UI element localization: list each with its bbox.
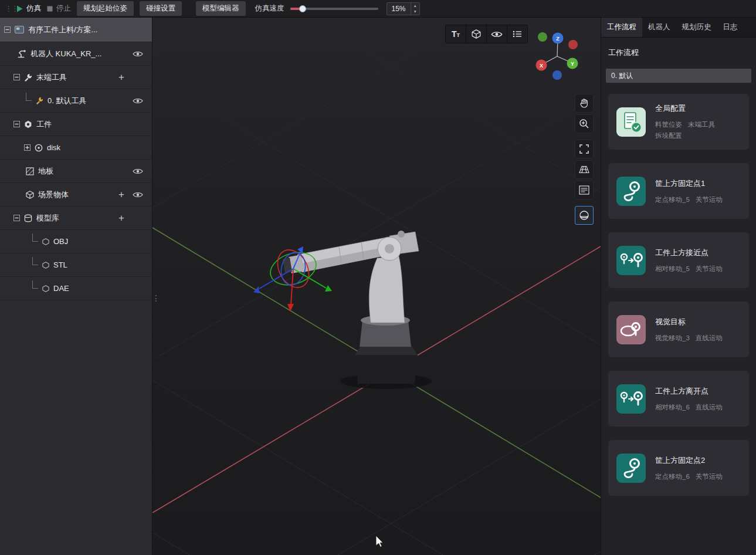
zoom-tool-button[interactable] (575, 114, 594, 133)
tab-workflow[interactable]: 工作流程 (601, 18, 642, 37)
axis-neg-z-ball[interactable] (552, 70, 562, 80)
visibility-eye-icon[interactable] (133, 191, 143, 198)
tree-item-default-tool[interactable]: 0. 默认工具 (0, 89, 152, 113)
tree-item-label: OBJ (53, 237, 68, 246)
fit-view-button[interactable] (575, 140, 594, 158)
slider-knob[interactable] (299, 5, 306, 12)
spin-up-button[interactable]: ▲ (411, 3, 419, 9)
main-area: 有序工件上料/方案... 机器人 KUKA_KR_... 末端工具 + 0. 默… (0, 18, 756, 555)
right-splitter-handle[interactable]: ⋮ (597, 296, 601, 300)
workflow-card-vision-target[interactable]: 视觉目标 视觉移动_3 直线运动 (608, 302, 749, 357)
axis-neg-y-ball[interactable] (538, 32, 547, 42)
mouse-cursor (376, 536, 383, 547)
hand-icon (579, 98, 589, 109)
card-body: 全局配置 料筐位姿 末端工具 拆垛配置 (655, 103, 741, 140)
tab-log[interactable]: 日志 (717, 18, 744, 37)
card-title: 全局配置 (655, 103, 741, 114)
workflow-selector[interactable]: 0. 默认 (606, 69, 751, 83)
tab-robot[interactable]: 机器人 (642, 18, 676, 37)
add-tool-button[interactable]: + (118, 72, 124, 82)
workflow-card-global-config[interactable]: 全局配置 料筐位姿 末端工具 拆垛配置 (608, 94, 749, 150)
workflow-card-list: 全局配置 料筐位姿 末端工具 拆垛配置 筐上方固定点1 (601, 94, 756, 496)
text-labels-toggle-button[interactable]: TT (446, 25, 466, 43)
tree-item-workpieces[interactable]: 工件 (0, 113, 152, 136)
sim-speed-slider[interactable] (290, 8, 378, 10)
left-splitter-handle[interactable]: ⋮ (152, 296, 155, 300)
card-tag: 关节运动 (696, 265, 723, 273)
orientation-gizmo[interactable]: Z X Y (528, 29, 587, 83)
workflow-card-fixed-point-2[interactable]: 筐上方固定点2 定点移动_6 关节运动 (608, 440, 749, 496)
add-scene-object-button[interactable]: + (118, 189, 124, 199)
card-tags: 视觉移动_3 直线运动 (655, 334, 723, 343)
tree-item-project-root[interactable]: 有序工件上料/方案... (0, 18, 152, 42)
fixed-point-icon (616, 177, 646, 206)
robot-model[interactable] (283, 231, 432, 389)
tree-item-robot[interactable]: 机器人 KUKA_KR_... (0, 42, 152, 66)
tree-item-scene-objects[interactable]: 场景物体 + (0, 183, 152, 207)
mesh-display-button[interactable] (466, 25, 486, 43)
tree-item-dae[interactable]: DAE (0, 277, 152, 300)
workflow-card-fixed-point-1[interactable]: 筐上方固定点1 定点移动_5 关节运动 (608, 163, 749, 219)
tree-item-label: disk (47, 143, 60, 152)
model-editor-button[interactable]: 模型编辑器 (196, 1, 246, 16)
card-body: 筐上方固定点2 定点移动_6 关节运动 (655, 455, 723, 481)
scene-canvas[interactable] (152, 18, 601, 555)
collapse-minus-icon[interactable] (13, 74, 20, 80)
workflow-card-approach-point[interactable]: 工件上方接近点 相对移动_5 关节运动 (608, 232, 749, 288)
tree-item-stl[interactable]: STL (0, 253, 152, 277)
viewport-3d[interactable]: TT Z X Y (152, 18, 601, 555)
tool-wrench-icon (36, 97, 43, 104)
floor-grid-icon (26, 167, 34, 175)
expand-plus-icon[interactable] (24, 144, 30, 151)
view-tools (575, 94, 594, 226)
section-globe-icon (579, 210, 589, 221)
plan-start-pose-button[interactable]: 规划起始位姿 (77, 1, 134, 16)
eye-icon (491, 31, 503, 38)
speed-spinbox[interactable]: 15% ▲ ▼ (387, 2, 420, 15)
add-model-button[interactable]: + (118, 213, 124, 223)
visibility-eye-icon[interactable] (133, 168, 143, 175)
tab-planning-history[interactable]: 规划历史 (676, 18, 717, 37)
simulate-button[interactable]: 仿真 (16, 4, 41, 13)
workflow-panel: 工作流程 机器人 规划历史 日志 工作流程 0. 默认 全局配置 料筐位姿 末端 (601, 18, 756, 555)
simulate-label: 仿真 (26, 4, 41, 13)
toolbar-drag-handle-icon[interactable]: ⋮⋮ (5, 4, 11, 13)
tree-item-obj[interactable]: OBJ (0, 230, 152, 253)
pan-tool-button[interactable] (575, 94, 594, 113)
relative-move-icon (616, 246, 646, 275)
collapse-minus-icon[interactable] (4, 26, 11, 33)
section-view-button[interactable] (575, 206, 594, 225)
card-tags: 相对移动_5 关节运动 (655, 265, 723, 273)
tree-item-disk[interactable]: disk (0, 136, 152, 160)
axis-x-label: X (540, 63, 543, 69)
ground-plane-button[interactable] (575, 160, 594, 179)
axis-neg-x-ball[interactable] (568, 40, 578, 49)
card-title: 工件上方离开点 (655, 386, 723, 397)
collision-settings-button[interactable]: 碰撞设置 (140, 1, 182, 16)
card-tag: 定点移动_6 (655, 472, 690, 481)
tree-item-model-library[interactable]: 模型库 + (0, 207, 152, 230)
visibility-eye-icon[interactable] (133, 50, 143, 57)
stop-label: 停止 (56, 4, 71, 13)
console-panel-button[interactable] (575, 181, 594, 199)
bullet-list-icon (513, 30, 522, 38)
zoom-in-icon (579, 119, 589, 129)
stop-button[interactable]: 停止 (47, 4, 71, 13)
tree-item-label: STL (53, 260, 67, 269)
workflow-card-leave-point[interactable]: 工件上方离开点 相对移动_6 直线运动 (608, 371, 749, 427)
vision-target-icon (616, 315, 646, 344)
tree-item-end-tools[interactable]: 末端工具 + (0, 66, 152, 89)
visibility-eye-icon[interactable] (133, 97, 143, 104)
tree-item-label: DAE (53, 284, 69, 293)
spin-down-button[interactable]: ▼ (411, 9, 419, 15)
card-title: 工件上方接近点 (655, 248, 723, 258)
card-tag: 关节运动 (696, 472, 723, 481)
tree-connector (32, 257, 38, 265)
disk-icon (35, 144, 43, 152)
collapse-minus-icon[interactable] (13, 121, 20, 127)
collapse-minus-icon[interactable] (13, 215, 20, 221)
card-tags: 定点移动_6 关节运动 (655, 472, 723, 481)
tree-item-floor[interactable]: 地板 (0, 160, 152, 183)
list-display-button[interactable] (507, 25, 527, 43)
visibility-display-button[interactable] (487, 25, 507, 43)
